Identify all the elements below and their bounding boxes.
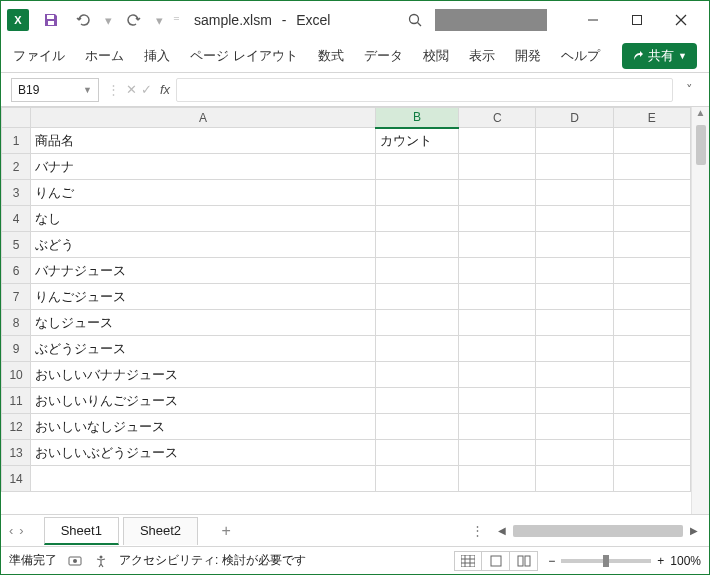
row-header-1[interactable]: 1 xyxy=(2,128,31,154)
view-page-break[interactable] xyxy=(510,551,538,571)
cell-E9[interactable] xyxy=(613,336,690,362)
row-header-8[interactable]: 8 xyxy=(2,310,31,336)
undo-button[interactable] xyxy=(71,8,95,32)
cell-E11[interactable] xyxy=(613,388,690,414)
cell-B4[interactable] xyxy=(375,206,459,232)
hscroll-track[interactable] xyxy=(513,525,683,537)
cell-B12[interactable] xyxy=(375,414,459,440)
cell-B1[interactable]: カウント xyxy=(375,128,459,154)
cell-A9[interactable]: ぶどうジュース xyxy=(31,336,376,362)
column-header-B[interactable]: B xyxy=(375,108,459,128)
cell-A5[interactable]: ぶどう xyxy=(31,232,376,258)
cell-B9[interactable] xyxy=(375,336,459,362)
cell-C7[interactable] xyxy=(459,284,536,310)
scroll-up-arrow[interactable]: ▲ xyxy=(696,107,706,123)
search-icon[interactable] xyxy=(403,8,427,32)
select-all-corner[interactable] xyxy=(2,108,31,128)
accessibility-icon[interactable] xyxy=(93,553,109,569)
cell-B11[interactable] xyxy=(375,388,459,414)
cell-C14[interactable] xyxy=(459,466,536,492)
formula-bar[interactable] xyxy=(176,78,673,102)
ribbon-tab-0[interactable]: ファイル xyxy=(13,41,75,71)
cell-B8[interactable] xyxy=(375,310,459,336)
cell-A10[interactable]: おいしいバナナジュース xyxy=(31,362,376,388)
cell-B10[interactable] xyxy=(375,362,459,388)
cell-D13[interactable] xyxy=(536,440,613,466)
cell-D5[interactable] xyxy=(536,232,613,258)
cell-B13[interactable] xyxy=(375,440,459,466)
cell-E13[interactable] xyxy=(613,440,690,466)
share-button[interactable]: 共有 ▼ xyxy=(622,43,697,69)
row-header-11[interactable]: 11 xyxy=(2,388,31,414)
view-page-layout[interactable] xyxy=(482,551,510,571)
accessibility-label[interactable]: アクセシビリティ: 検討が必要です xyxy=(119,552,306,569)
ribbon-tab-1[interactable]: ホーム xyxy=(75,41,134,71)
cell-D4[interactable] xyxy=(536,206,613,232)
row-header-4[interactable]: 4 xyxy=(2,206,31,232)
cell-E5[interactable] xyxy=(613,232,690,258)
macro-recorder-icon[interactable] xyxy=(67,553,83,569)
cell-A11[interactable]: おいしいりんごジュース xyxy=(31,388,376,414)
zoom-in[interactable]: + xyxy=(657,554,664,568)
cell-C8[interactable] xyxy=(459,310,536,336)
cancel-formula-icon[interactable]: ✕ xyxy=(126,82,137,97)
row-header-12[interactable]: 12 xyxy=(2,414,31,440)
cell-C11[interactable] xyxy=(459,388,536,414)
cell-A2[interactable]: バナナ xyxy=(31,154,376,180)
row-header-9[interactable]: 9 xyxy=(2,336,31,362)
cell-E14[interactable] xyxy=(613,466,690,492)
cell-A1[interactable]: 商品名 xyxy=(31,128,376,154)
ribbon-tab-7[interactable]: 表示 xyxy=(459,41,505,71)
close-button[interactable] xyxy=(659,5,703,35)
cell-D3[interactable] xyxy=(536,180,613,206)
ribbon-tab-4[interactable]: 数式 xyxy=(308,41,354,71)
sheet-nav-prev[interactable]: ‹ xyxy=(9,523,13,538)
cell-A7[interactable]: りんごジュース xyxy=(31,284,376,310)
cell-D12[interactable] xyxy=(536,414,613,440)
add-sheet-button[interactable]: + xyxy=(214,522,238,540)
cell-A3[interactable]: りんご xyxy=(31,180,376,206)
cell-B2[interactable] xyxy=(375,154,459,180)
cell-D14[interactable] xyxy=(536,466,613,492)
cell-E6[interactable] xyxy=(613,258,690,284)
sheet-tab-sheet2[interactable]: Sheet2 xyxy=(123,517,198,545)
row-header-2[interactable]: 2 xyxy=(2,154,31,180)
cell-B6[interactable] xyxy=(375,258,459,284)
ribbon-tab-8[interactable]: 開発 xyxy=(505,41,551,71)
maximize-button[interactable] xyxy=(615,5,659,35)
cell-C6[interactable] xyxy=(459,258,536,284)
row-header-7[interactable]: 7 xyxy=(2,284,31,310)
cell-E7[interactable] xyxy=(613,284,690,310)
cell-C1[interactable] xyxy=(459,128,536,154)
expand-formula-bar[interactable]: ˅ xyxy=(679,82,699,97)
cell-A13[interactable]: おいしいぶどうジュース xyxy=(31,440,376,466)
vscroll-thumb[interactable] xyxy=(696,125,706,165)
cell-D10[interactable] xyxy=(536,362,613,388)
redo-button[interactable] xyxy=(122,8,146,32)
cell-D7[interactable] xyxy=(536,284,613,310)
cell-C3[interactable] xyxy=(459,180,536,206)
cell-E4[interactable] xyxy=(613,206,690,232)
cell-D6[interactable] xyxy=(536,258,613,284)
cell-A8[interactable]: なしジュース xyxy=(31,310,376,336)
save-icon[interactable] xyxy=(39,8,63,32)
cell-E2[interactable] xyxy=(613,154,690,180)
cell-A6[interactable]: バナナジュース xyxy=(31,258,376,284)
cell-D9[interactable] xyxy=(536,336,613,362)
zoom-out[interactable]: − xyxy=(548,554,555,568)
account-area[interactable] xyxy=(435,9,547,31)
cell-D1[interactable] xyxy=(536,128,613,154)
enter-formula-icon[interactable]: ✓ xyxy=(141,82,152,97)
cell-E1[interactable] xyxy=(613,128,690,154)
zoom-level[interactable]: 100% xyxy=(670,554,701,568)
cell-C12[interactable] xyxy=(459,414,536,440)
cell-A14[interactable] xyxy=(31,466,376,492)
row-header-14[interactable]: 14 xyxy=(2,466,31,492)
row-header-10[interactable]: 10 xyxy=(2,362,31,388)
hscroll-right[interactable]: ▶ xyxy=(687,525,701,536)
ribbon-tab-3[interactable]: ページ レイアウト xyxy=(180,41,308,71)
fx-label[interactable]: fx xyxy=(160,82,170,97)
cell-C10[interactable] xyxy=(459,362,536,388)
minimize-button[interactable] xyxy=(571,5,615,35)
cell-A12[interactable]: おいしいなしジュース xyxy=(31,414,376,440)
